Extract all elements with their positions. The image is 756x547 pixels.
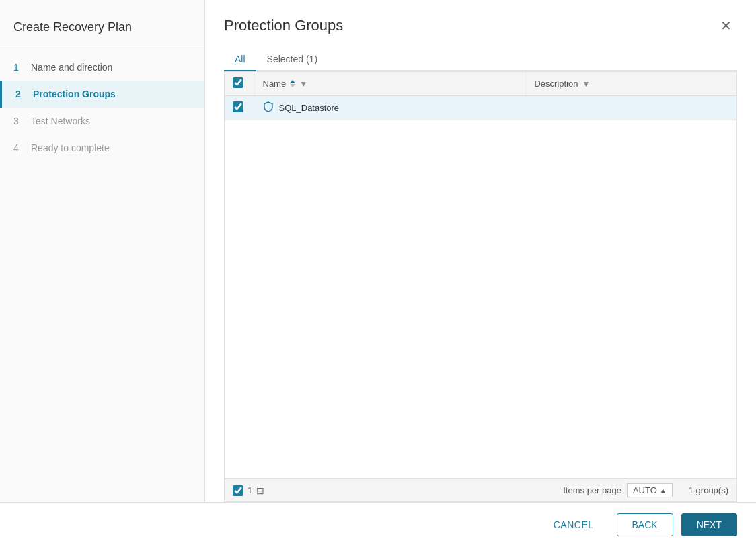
step-3-label: Test Networks <box>31 116 90 126</box>
step-2[interactable]: 2 Protection Groups <box>0 81 204 108</box>
table-footer: 1 ⊟ Items per page AUTO ▲ 1 group(s) <box>224 479 737 502</box>
step-4-label: Ready to complete <box>31 142 110 153</box>
step-1-num: 1 <box>13 62 24 73</box>
tabs-bar: All Selected (1) <box>224 48 737 71</box>
next-button[interactable]: NEXT <box>681 513 737 536</box>
footer-clear-icon[interactable]: ⊟ <box>256 485 264 496</box>
main-header: Protection Groups ✕ <box>224 16 737 35</box>
step-1[interactable]: 1 Name and direction <box>0 54 204 81</box>
name-column-label: Name <box>263 79 287 89</box>
row-name-cell: SQL_Datastore <box>254 96 526 120</box>
main-content: Protection Groups ✕ All Selected (1) <box>205 0 756 502</box>
tab-selected[interactable]: Selected (1) <box>256 48 328 71</box>
sort-down-icon <box>290 84 295 87</box>
cancel-button[interactable]: CANCEL <box>539 514 609 536</box>
shield-icon <box>263 101 274 114</box>
step-3-num: 3 <box>13 116 24 126</box>
step-2-label: Protection Groups <box>33 89 116 99</box>
footer-selected-count: 1 <box>248 485 252 495</box>
step-3[interactable]: 3 Test Networks <box>0 108 204 134</box>
sidebar: Create Recovery Plan 1 Name and directio… <box>0 0 205 502</box>
select-all-checkbox[interactable] <box>233 77 243 88</box>
footer-checkbox[interactable] <box>233 485 243 496</box>
footer-checkbox-area: 1 ⊟ <box>233 485 264 496</box>
row-description-cell <box>526 96 736 120</box>
dialog-body: Create Recovery Plan 1 Name and directio… <box>0 0 756 502</box>
description-column-header: Description ▼ <box>526 72 736 96</box>
items-per-page-label: Items per page <box>563 485 621 495</box>
protection-groups-table: Name ▼ Description <box>225 72 736 120</box>
sort-up-icon <box>290 80 295 83</box>
dialog-footer: CANCEL BACK NEXT <box>0 502 756 547</box>
section-title: Protection Groups <box>224 17 343 34</box>
row-name-value: SQL_Datastore <box>279 103 340 113</box>
tab-all[interactable]: All <box>224 48 256 71</box>
name-sort-icon[interactable] <box>290 80 295 87</box>
description-filter-icon[interactable]: ▼ <box>582 79 590 89</box>
create-recovery-plan-dialog: Create Recovery Plan 1 Name and directio… <box>0 0 756 547</box>
protection-groups-table-container: Name ▼ Description <box>224 71 737 479</box>
chevron-up-icon: ▲ <box>660 487 667 494</box>
close-button[interactable]: ✕ <box>715 16 737 35</box>
items-per-page-select[interactable]: AUTO ▲ <box>627 483 673 497</box>
sidebar-title: Create Recovery Plan <box>0 13 204 48</box>
select-all-header[interactable] <box>225 72 254 96</box>
step-4-num: 4 <box>13 142 24 153</box>
name-filter-icon[interactable]: ▼ <box>299 79 307 89</box>
table-row: SQL_Datastore <box>225 96 736 120</box>
groups-count: 1 group(s) <box>689 485 728 495</box>
description-column-label: Description <box>534 79 578 89</box>
name-column-header: Name ▼ <box>254 72 526 96</box>
step-1-label: Name and direction <box>31 62 112 73</box>
step-4[interactable]: 4 Ready to complete <box>0 134 204 161</box>
items-per-page-value: AUTO <box>633 485 657 495</box>
step-2-num: 2 <box>15 89 26 99</box>
row-checkbox-cell[interactable] <box>225 96 254 120</box>
items-per-page-control: Items per page AUTO ▲ <box>563 483 673 497</box>
back-button[interactable]: BACK <box>617 513 673 536</box>
row-checkbox[interactable] <box>233 101 243 112</box>
